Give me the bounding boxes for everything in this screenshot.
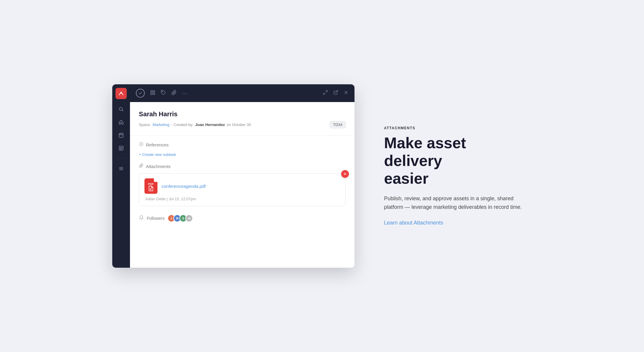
complete-button[interactable] [136, 89, 145, 98]
content-area: Sarah Harris Space: Marketing - Created … [130, 102, 354, 268]
feature-description: Publish, review, and approve assets in a… [384, 194, 526, 211]
right-panel: ATTACHMENTS Make asset delivery easier P… [378, 120, 532, 232]
avatar-stack: J M S +6 [167, 214, 193, 222]
meta-space-label: Space: [139, 122, 151, 127]
svg-point-0 [119, 107, 123, 111]
toolbar: ··· [130, 84, 354, 102]
create-subtask-button[interactable]: + Create new subtask [139, 152, 176, 157]
attachment-card: ✕ PDF conferenceagenda.pdf [139, 173, 346, 206]
attachment-close-button[interactable]: ✕ [341, 170, 349, 178]
meta-separator: - Created by: [171, 122, 193, 127]
task-meta: Space: Marketing - Created by: Juan Hern… [139, 121, 346, 128]
svg-rect-16 [153, 93, 155, 94]
feature-label: ATTACHMENTS [384, 126, 526, 130]
task-title: Sarah Harris [139, 110, 346, 118]
more-options-icon[interactable]: ··· [182, 90, 188, 97]
main-panel: ··· [130, 84, 354, 268]
svg-point-17 [162, 91, 162, 92]
tasks-sidebar-icon[interactable] [116, 143, 126, 154]
close-task-icon[interactable] [344, 90, 349, 96]
svg-rect-14 [153, 91, 155, 92]
attachments-label: Attachments [146, 164, 170, 169]
attachment-separator: | [167, 197, 169, 201]
grid-icon[interactable] [150, 90, 155, 97]
references-section-header: References [139, 142, 346, 148]
menu-sidebar-icon[interactable] [116, 163, 126, 174]
app-logo[interactable] [116, 88, 127, 99]
app-window: ··· [112, 84, 354, 268]
sidebar [112, 84, 130, 268]
calendar-sidebar-icon[interactable] [116, 130, 126, 141]
attachments-section: Attachments ✕ PDF [139, 163, 346, 206]
attachment-header-icon [139, 163, 144, 169]
search-sidebar-icon[interactable] [116, 104, 126, 114]
attachment-timestamp: Jul 15, 12:07pm [169, 197, 196, 201]
svg-line-1 [122, 110, 123, 111]
tag-icon[interactable] [161, 90, 166, 97]
attachment-section-header: Attachments [139, 163, 346, 169]
content-divider [130, 135, 354, 136]
svg-line-20 [335, 91, 338, 93]
followers-bell-icon [139, 215, 144, 222]
meta-date: on October 30 [227, 122, 251, 127]
svg-rect-13 [151, 91, 152, 92]
meta-creator: Juan Hernandez [195, 122, 225, 127]
task-id-badge: TD34 [330, 121, 346, 128]
headline-line1: Make asset delivery [384, 134, 466, 169]
learn-attachments-link[interactable]: Learn about Attachments [384, 220, 443, 226]
svg-rect-15 [151, 93, 152, 94]
followers-label: Followers [147, 216, 165, 221]
avatar-count: +6 [185, 214, 193, 222]
followers-row: Followers J M S +6 [139, 212, 346, 222]
attachment-uploader: Julian Gette [145, 197, 165, 201]
external-link-icon[interactable] [333, 90, 338, 96]
pdf-icon: PDF [144, 178, 157, 194]
references-label: References [146, 142, 169, 147]
sidebar-divider [117, 158, 126, 159]
attachment-toolbar-icon[interactable] [171, 90, 177, 97]
svg-line-19 [323, 93, 325, 94]
attachment-filename[interactable]: conferenceagenda.pdf [162, 184, 206, 189]
main-container: ··· [0, 0, 644, 352]
references-check-icon [139, 142, 144, 148]
headline-line2: easier [384, 170, 428, 187]
fullscreen-icon[interactable] [323, 90, 328, 96]
svg-line-18 [326, 91, 327, 92]
home-sidebar-icon[interactable] [116, 117, 126, 127]
meta-space-link[interactable]: Marketing [152, 122, 169, 127]
feature-headline: Make asset delivery easier [384, 134, 526, 187]
svg-rect-2 [119, 133, 123, 138]
attachment-meta: Julian Gette | Jul 15, 12:07pm [144, 197, 340, 201]
attachment-file-row: PDF conferenceagenda.pdf [144, 178, 340, 194]
